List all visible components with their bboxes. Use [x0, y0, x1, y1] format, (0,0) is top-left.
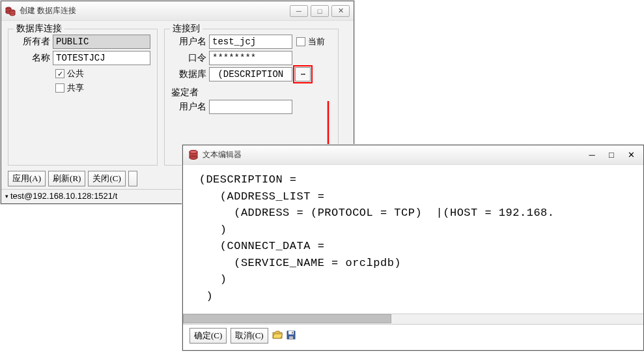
- editor-titlebar[interactable]: 文本编辑器 ─ □ ✕: [183, 145, 643, 165]
- refresh-button[interactable]: 刷新(R): [48, 171, 85, 186]
- connect-to-legend: 连接到: [170, 23, 203, 35]
- editor-button-bar: 确定(C) 取消(C): [183, 324, 643, 347]
- share-label: 共享: [67, 82, 84, 94]
- main-titlebar[interactable]: 创建 数据库连接 ─ □ ✕: [1, 1, 354, 21]
- svg-point-11: [189, 150, 197, 153]
- editor-minimize-button[interactable]: ─: [583, 149, 600, 162]
- name-input[interactable]: [53, 51, 150, 65]
- scrollbar-thumb[interactable]: [183, 314, 391, 323]
- pwd-label: 口令: [171, 52, 209, 64]
- close-dialog-button[interactable]: 关闭(C): [88, 171, 125, 186]
- maximize-button[interactable]: □: [311, 5, 329, 17]
- editor-hscrollbar[interactable]: [183, 314, 643, 324]
- db-input[interactable]: [209, 67, 292, 81]
- current-checkbox[interactable]: [296, 37, 305, 46]
- db-link-fieldset: 数据库连接 所有者 名称 公共 共享: [8, 29, 158, 166]
- svg-point-5: [10, 13, 15, 16]
- name-label: 名称: [15, 52, 53, 64]
- save-file-icon[interactable]: [287, 330, 296, 342]
- cancel-button[interactable]: 取消(C): [231, 328, 268, 344]
- db-link-legend: 数据库连接: [14, 23, 64, 35]
- status-text: test@192.168.10.128:1521/t: [10, 191, 117, 201]
- minimize-button[interactable]: ─: [290, 5, 308, 17]
- more-button[interactable]: [128, 171, 137, 186]
- apply-button[interactable]: 应用(A): [8, 171, 46, 186]
- public-label: 公共: [67, 68, 84, 80]
- main-title: 创建 数据库连接: [20, 5, 290, 16]
- editor-textarea[interactable]: (DESCRIPTION = (ADDRESS_LIST = (ADDRESS …: [183, 165, 643, 314]
- ok-button[interactable]: 确定(C): [189, 328, 227, 344]
- db-icon: [188, 150, 199, 160]
- auth-user-input[interactable]: [209, 100, 292, 114]
- db-link-icon: [5, 6, 16, 16]
- svg-point-10: [189, 156, 197, 159]
- share-checkbox[interactable]: [55, 83, 64, 93]
- current-label: 当前: [308, 36, 325, 48]
- owner-input[interactable]: [53, 35, 150, 49]
- db-label: 数据库: [171, 68, 209, 80]
- svg-rect-14: [289, 336, 293, 339]
- editor-maximize-button[interactable]: □: [603, 149, 620, 162]
- auth-user-label: 用户名: [171, 101, 209, 113]
- db-browse-button[interactable]: ⋯: [295, 67, 311, 81]
- svg-rect-15: [292, 332, 293, 334]
- user-input[interactable]: [209, 35, 292, 49]
- close-button[interactable]: ✕: [331, 5, 350, 17]
- auth-label: 鉴定者: [171, 87, 331, 98]
- text-editor-dialog: 文本编辑器 ─ □ ✕ (DESCRIPTION = (ADDRESS_LIST…: [182, 145, 644, 351]
- editor-title: 文本编辑器: [203, 149, 583, 160]
- public-checkbox[interactable]: [55, 69, 64, 78]
- editor-close-button[interactable]: ✕: [623, 149, 639, 162]
- open-file-icon[interactable]: [272, 330, 283, 342]
- status-dropdown-icon[interactable]: ▾: [5, 193, 8, 199]
- pwd-input[interactable]: [209, 51, 292, 65]
- user-label: 用户名: [171, 36, 209, 48]
- owner-label: 所有者: [15, 36, 53, 48]
